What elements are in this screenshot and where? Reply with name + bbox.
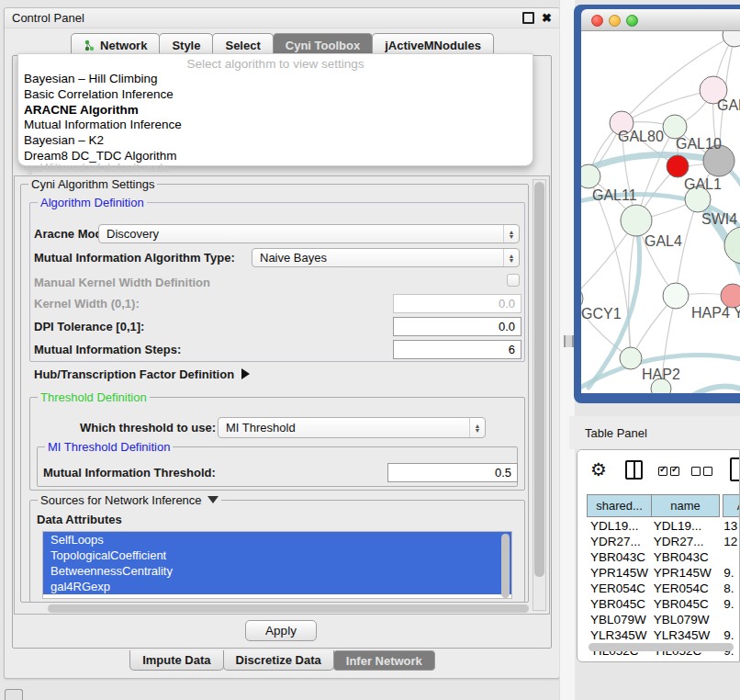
- node-label: GCY1: [581, 306, 622, 322]
- table-cell: YDR27...: [650, 535, 717, 548]
- algorithm-option[interactable]: Bayesian – K2: [18, 133, 533, 149]
- table-cell: YDR27...: [587, 535, 650, 548]
- network-window: GAL7GAL80GAL10GAL1GAL11SWI4GAL4GCY1HAP4Y…: [574, 5, 740, 403]
- algorithm-option[interactable]: ARACNE Algorithm: [18, 103, 533, 119]
- dpi-tolerance-field[interactable]: 0.0: [393, 317, 521, 336]
- network-window-titlebar[interactable]: [581, 9, 740, 31]
- table-cell: 12: [716, 535, 740, 548]
- table-cell: YER054C: [587, 581, 650, 595]
- mi-steps-value: 6: [509, 343, 515, 356]
- algorithm-option[interactable]: Basic Correlation Inference: [18, 87, 533, 103]
- which-threshold-value: MI Threshold: [226, 421, 296, 435]
- tab-discretize-data[interactable]: Discretize Data: [223, 650, 334, 671]
- node-label: HAP2: [642, 367, 680, 382]
- table-row[interactable]: YDL19...YDL19...13: [587, 518, 740, 534]
- table-cell: YBR043C: [587, 550, 650, 564]
- close-icon[interactable]: ✖: [542, 14, 552, 23]
- table-row[interactable]: YLR345WYLR345W9.: [587, 627, 740, 643]
- mi-type-combo[interactable]: Naive Bayes ▲▼: [252, 248, 520, 267]
- tab-label: Network: [100, 39, 147, 52]
- panel-splitter[interactable]: [559, 0, 575, 700]
- column-header[interactable]: A: [723, 494, 740, 517]
- table-row[interactable]: YBR043CYBR043C: [587, 549, 740, 565]
- sources-group-title[interactable]: Sources for Network Inference: [38, 493, 221, 507]
- algorithm-dropdown: Select algorithm to view settings Bayesi…: [17, 53, 533, 166]
- which-threshold-combo[interactable]: MI Threshold ▲▼: [218, 417, 486, 438]
- splitter-grip-icon[interactable]: [564, 335, 574, 347]
- tab-infer-network[interactable]: Infer Network: [333, 650, 435, 671]
- attribute-item-selected[interactable]: gal4RGexp: [43, 579, 511, 594]
- gear-icon[interactable]: ⚙: [590, 460, 607, 479]
- hide-columns-icon[interactable]: [691, 467, 712, 476]
- algorithm-option[interactable]: Mutual Information Inference: [18, 118, 533, 133]
- table-cell: YBR045C: [587, 597, 650, 611]
- table-row[interactable]: YBL079WYBL079W: [587, 612, 740, 627]
- aracne-mode-value: Discovery: [107, 227, 159, 241]
- attribute-item-selected[interactable]: BetweennessCentrality: [43, 563, 511, 579]
- table-panel-title: Table Panel: [585, 426, 647, 440]
- algorithm-option[interactable]: Bayesian – Hill Climbing: [18, 72, 533, 87]
- network-node[interactable]: [620, 347, 642, 369]
- table-cell: 9.: [716, 628, 740, 642]
- table-cell: 8.: [716, 581, 740, 595]
- algorithm-dropdown-list: Bayesian – Hill ClimbingBasic Correlatio…: [18, 72, 533, 164]
- data-attributes-list[interactable]: SelfLoopsTopologicalCoefficientBetweenne…: [42, 531, 512, 599]
- columns-icon[interactable]: [625, 460, 643, 480]
- table-header: shared...nameA: [587, 494, 740, 517]
- network-node[interactable]: [723, 31, 740, 47]
- attribute-item-selected[interactable]: TopologicalCoefficient: [43, 548, 511, 563]
- network-edge-thick[interactable]: [688, 387, 740, 393]
- network-node[interactable]: [667, 155, 689, 177]
- tab-label: jActiveMNodules: [385, 39, 481, 52]
- table-horizontal-scrollbar[interactable]: [589, 643, 734, 651]
- zoom-traffic-icon[interactable]: [626, 15, 638, 27]
- table-cell: YBL079W: [587, 613, 650, 627]
- algorithm-dropdown-placeholder: Select algorithm to view settings: [18, 56, 533, 72]
- table-cell: 13: [716, 519, 740, 533]
- bottom-tabs: Impute Data Discretize Data Infer Networ…: [5, 650, 559, 672]
- network-node[interactable]: [581, 164, 600, 188]
- close-traffic-icon[interactable]: [591, 15, 603, 27]
- mi-threshold-value: 0.5: [495, 466, 511, 480]
- table-cell: YBR043C: [650, 550, 717, 564]
- table-row[interactable]: YBR045CYBR045C9.: [587, 596, 740, 612]
- float-window-icon[interactable]: [522, 12, 534, 24]
- tab-impute-data[interactable]: Impute Data: [129, 650, 223, 671]
- table-row[interactable]: YER054CYER054C8.: [587, 581, 740, 596]
- table-row[interactable]: YPR145WYPR145W9.: [587, 565, 740, 581]
- list-scrollbar[interactable]: [501, 534, 510, 598]
- network-canvas[interactable]: GAL7GAL80GAL10GAL1GAL11SWI4GAL4GCY1HAP4Y…: [581, 31, 740, 393]
- column-header[interactable]: name: [651, 494, 720, 517]
- apply-button[interactable]: Apply: [245, 620, 317, 641]
- hub-section-toggle[interactable]: Hub/Transcription Factor Definition: [34, 367, 250, 381]
- scrollbar-thumb[interactable]: [534, 182, 544, 577]
- table-cell: YLR345W: [587, 628, 650, 642]
- table-panel: ⚙ shared...nameA YDL19...YDL19...13YDR27…: [577, 449, 740, 662]
- export-table-icon[interactable]: [730, 457, 740, 481]
- table-cell: YPR145W: [587, 566, 650, 580]
- network-graph: GAL7GAL80GAL10GAL1GAL11SWI4GAL4GCY1HAP4Y…: [581, 31, 740, 393]
- group-title: Threshold Definition: [38, 390, 150, 404]
- node-label: GAL1: [684, 176, 722, 192]
- attribute-item-selected[interactable]: SelfLoops: [43, 532, 511, 548]
- show-columns-icon[interactable]: [658, 467, 679, 476]
- mi-threshold-field[interactable]: 0.5: [387, 463, 518, 482]
- column-header[interactable]: shared...: [587, 494, 652, 517]
- vertical-scrollbar[interactable]: [533, 179, 546, 611]
- sources-title-label: Sources for Network Inference: [40, 493, 202, 507]
- mi-steps-field[interactable]: 6: [393, 340, 521, 359]
- mi-type-value: Naive Bayes: [260, 251, 327, 265]
- bottom-left-dock-icon[interactable]: [5, 689, 23, 700]
- network-node[interactable]: [663, 283, 689, 309]
- table-row[interactable]: YDR27...YDR27...12: [587, 534, 740, 549]
- minimize-traffic-icon[interactable]: [609, 15, 621, 27]
- kernel-width-field: 0.0: [393, 294, 521, 313]
- table-cell: 9.: [716, 566, 740, 580]
- mi-type-label: Mutual Information Algorithm Type:: [34, 251, 235, 265]
- aracne-mode-combo[interactable]: Discovery ▲▼: [98, 224, 520, 243]
- manual-kernel-checkbox[interactable]: [507, 274, 520, 287]
- algorithm-option[interactable]: Dream8 DC_TDC Algorithm: [18, 149, 533, 164]
- horizontal-scrollbar[interactable]: [48, 604, 529, 613]
- network-node[interactable]: [621, 205, 652, 236]
- unchecked-box-icon: [691, 467, 701, 476]
